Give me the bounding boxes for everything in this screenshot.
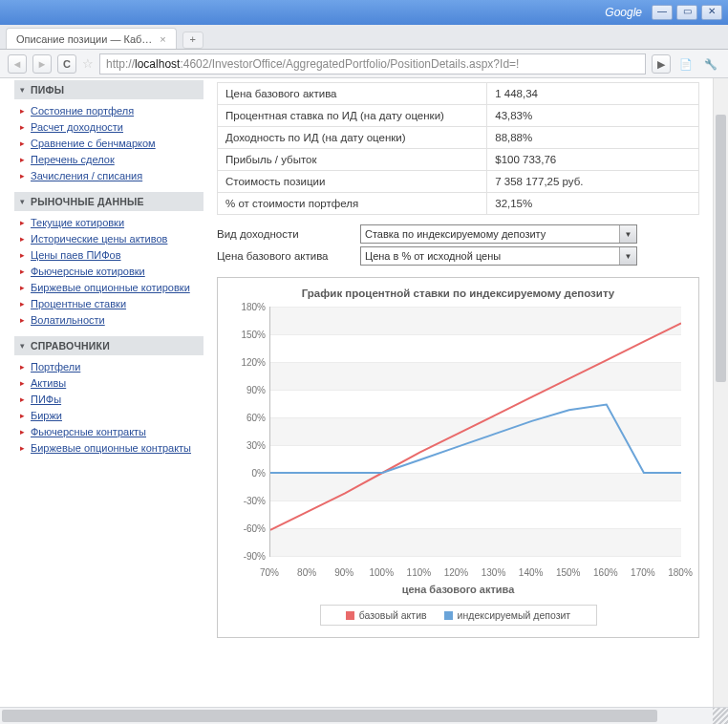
close-tab-icon[interactable]: × [160,33,165,45]
x-tick: 80% [297,567,316,578]
yield-type-label: Вид доходности [217,228,360,240]
x-tick: 160% [593,567,618,578]
sidebar-link[interactable]: Исторические цены активов [31,232,167,246]
vertical-scrollbar[interactable] [713,78,728,707]
x-tick: 90% [334,567,353,578]
table-row: Стоимость позиции7 358 177,25 руб. [218,171,699,193]
y-tick: -60% [227,523,266,534]
sidebar-item[interactable]: ▸ПИФы [20,392,203,408]
tab-title: Описание позиции — Каб… [16,33,152,45]
sidebar-item[interactable]: ▸Активы [20,375,203,392]
y-tick: 180% [227,302,266,312]
x-tick: 70% [260,567,279,578]
address-bar[interactable]: http://localhost:4602/InvestorOffice/Agg… [99,53,646,75]
sidebar-item[interactable]: ▸Фьючерсные котировки [20,264,203,280]
sidebar-link[interactable]: Биржевые опционные контракты [31,441,191,456]
viewport: ▾ПИФЫ ▸Состояние портфеля ▸Расчет доходн… [0,78,728,707]
y-tick: -90% [227,551,266,562]
x-tick: 130% [482,567,506,578]
yield-type-select[interactable]: Ставка по индексируемому депозиту▼ [360,224,637,244]
sidebar-item[interactable]: ▸Состояние портфеля [20,103,203,119]
page-icon[interactable]: 📄 [676,54,696,74]
go-button[interactable]: ▶ [652,54,671,74]
sidebar-link[interactable]: Активы [31,376,66,391]
y-tick: 60% [227,413,266,423]
row-key: Цена базового актива [218,83,487,105]
position-table: Цена базового актива1 448,34 Процентная … [217,82,699,215]
sidebar-link[interactable]: Волатильности [31,313,105,328]
maximize-button[interactable]: ▭ [676,5,697,20]
sidebar-item[interactable]: ▸Фьючерсные контракты [20,424,203,440]
url-prefix: http:// [106,57,135,71]
forward-button[interactable]: ► [32,54,52,74]
sidebar-link[interactable]: Цены паев ПИФов [31,248,121,263]
wrench-icon[interactable]: 🔧 [701,54,720,74]
sidebar-link[interactable]: Зачисления / списания [31,169,142,183]
sidebar-item[interactable]: ▸Цены паев ПИФов [20,247,203,264]
sidebar-link[interactable]: Текущие котировки [31,216,124,230]
table-row: % от стоимости портфеля32,15% [218,193,699,215]
sidebar-link[interactable]: Перечень сделок [31,153,115,167]
sidebar-link[interactable]: Фьючерсные котировки [31,265,145,279]
status-bar [0,707,728,724]
y-tick: 150% [227,330,266,340]
select-value: Ставка по индексируемому депозиту [365,228,546,240]
sidebar-link[interactable]: Фьючерсные контракты [31,425,146,439]
legend-item-dep: индексируемый депозит [444,609,571,621]
sidebar-link[interactable]: Процентные ставки [31,297,126,311]
x-tick: 170% [631,567,655,578]
horizontal-scrollbar[interactable] [0,709,713,723]
sidebar-section-pify[interactable]: ▾ПИФЫ [14,80,203,99]
sidebar-link[interactable]: Расчет доходности [31,120,123,135]
chevron-down-icon: ▾ [20,85,25,95]
sidebar-item[interactable]: ▸Портфели [20,359,203,375]
sidebar-item[interactable]: ▸Сравнение с бенчмарком [20,136,203,152]
bullet-icon: ▸ [20,315,25,325]
chart-legend: базовый актив индексируемый депозит [320,605,597,626]
row-value: 43,83% [487,105,699,127]
reload-button[interactable]: C [57,54,76,74]
browser-tab[interactable]: Описание позиции — Каб… × [6,28,177,49]
sidebar-section-market[interactable]: ▾РЫНОЧНЫЕ ДАННЫЕ [14,192,203,211]
sidebar-link[interactable]: Сравнение с бенчмарком [31,137,156,151]
x-tick: 100% [369,567,394,578]
bullet-icon: ▸ [20,266,25,276]
y-tick: 120% [227,357,266,368]
chart-panel: График процентной ставки по индексируемо… [217,277,699,638]
resize-grip[interactable] [713,708,728,724]
y-tick: 90% [227,385,266,395]
bookmark-icon[interactable]: ☆ [82,56,94,71]
row-value: 32,15% [487,193,699,215]
sidebar-item[interactable]: ▸Волатильности [20,312,203,329]
sidebar-item[interactable]: ▸Расчет доходности [20,119,203,136]
sidebar-item[interactable]: ▸Биржевые опционные котировки [20,280,203,296]
close-button[interactable]: ✕ [701,5,722,20]
sidebar-item[interactable]: ▸Биржи [20,408,203,424]
legend-swatch-blue [444,611,453,620]
table-row: Процентная ставка по ИД (на дату оценки)… [218,105,699,127]
sidebar-item[interactable]: ▸Перечень сделок [20,152,203,168]
x-tick: 140% [519,567,544,578]
base-price-label: Цена базового актива [217,250,360,262]
sidebar-link[interactable]: Состояние портфеля [31,104,134,118]
sidebar-link[interactable]: ПИФы [31,393,61,407]
bullet-icon: ▸ [20,138,25,148]
x-tick: 180% [668,567,693,578]
bullet-icon: ▸ [20,250,25,260]
sidebar-item[interactable]: ▸Зачисления / списания [20,168,203,184]
sidebar-item[interactable]: ▸Биржевые опционные контракты [20,440,203,457]
sidebar-section-refs[interactable]: ▾СПРАВОЧНИКИ [14,336,203,355]
sidebar-link[interactable]: Биржи [31,409,62,423]
sidebar-item[interactable]: ▸Исторические цены активов [20,231,203,247]
sidebar-link[interactable]: Биржевые опционные котировки [31,281,190,295]
sidebar-item[interactable]: ▸Процентные ставки [20,296,203,312]
sidebar-item[interactable]: ▸Текущие котировки [20,215,203,231]
new-tab-button[interactable]: + [182,32,203,49]
sidebar-link[interactable]: Портфели [31,360,80,374]
back-button[interactable]: ◄ [8,54,27,74]
bullet-icon: ▸ [20,427,25,437]
base-price-select[interactable]: Цена в % от исходной цены▼ [360,246,637,266]
sidebar: ▾ПИФЫ ▸Состояние портфеля ▸Расчет доходн… [0,78,203,707]
row-value: 7 358 177,25 руб. [487,171,699,193]
minimize-button[interactable]: — [652,5,673,20]
